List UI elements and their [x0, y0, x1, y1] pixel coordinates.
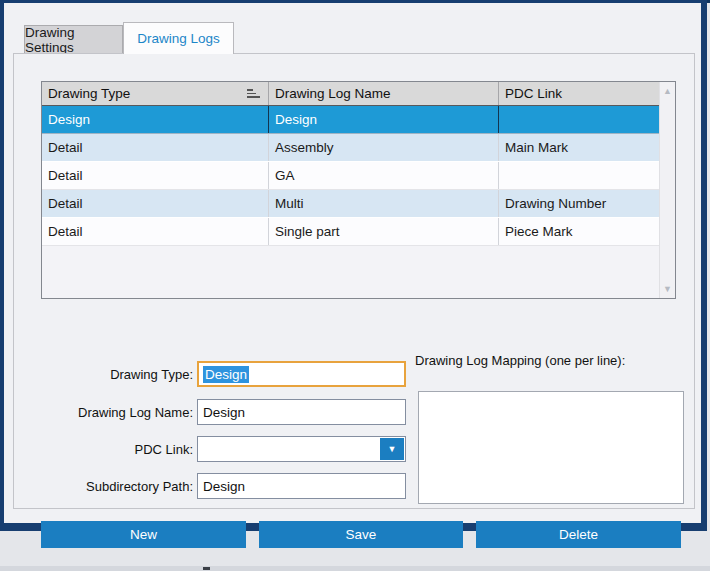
table-row[interactable]: Detail GA	[42, 162, 675, 190]
cell-drawing-log-name: Single part	[269, 218, 499, 245]
drawing-log-name-field	[197, 399, 406, 425]
cell-pdc-link	[499, 106, 661, 133]
drawing-type-label: Drawing Type:	[23, 367, 193, 382]
cell-drawing-log-name: Assembly	[269, 134, 499, 161]
table-body: Design Design Detail Assembly Main Mark …	[42, 106, 675, 246]
table-header-row: Drawing Type Drawing Log Name PDC Link	[42, 82, 675, 106]
subdirectory-path-field	[197, 473, 406, 499]
new-button[interactable]: New	[41, 521, 246, 548]
drawing-log-mapping-label: Drawing Log Mapping (one per line):	[415, 353, 625, 368]
cell-drawing-log-name: Multi	[269, 190, 499, 217]
drawing-log-name-input[interactable]	[198, 400, 405, 424]
tab-label: Drawing Settings	[25, 25, 122, 55]
table-row-selected[interactable]: Design Design	[42, 106, 675, 134]
cell-drawing-type: Detail	[42, 218, 269, 245]
subdirectory-path-label: Subdirectory Path:	[23, 479, 193, 494]
drawing-logs-table: Drawing Type Drawing Log Name PDC Link D…	[41, 81, 676, 299]
cell-pdc-link: Drawing Number	[499, 190, 661, 217]
pdc-link-combobox[interactable]: ▼	[197, 436, 406, 462]
cell-drawing-type: Detail	[42, 162, 269, 189]
cell-drawing-log-name: GA	[269, 162, 499, 189]
cell-drawing-type: Detail	[42, 134, 269, 161]
scroll-down-icon[interactable]: ▼	[660, 281, 675, 297]
cell-drawing-log-name: Design	[269, 106, 499, 133]
drawing-logs-tab-page: Drawing Type Drawing Log Name PDC Link D…	[13, 53, 695, 509]
pdc-link-label: PDC Link:	[23, 442, 193, 457]
cell-pdc-link: Main Mark	[499, 134, 661, 161]
column-header-drawing-type[interactable]: Drawing Type	[42, 82, 269, 105]
table-row[interactable]: Detail Multi Drawing Number	[42, 190, 675, 218]
chevron-down-icon: ▼	[388, 444, 397, 454]
selected-text: Design	[203, 366, 249, 383]
pdc-link-dropdown-button[interactable]: ▼	[380, 438, 404, 460]
background-window-edge-bottom	[0, 566, 710, 571]
drawing-setup-dialog: Drawing Setup ✕ Drawing Settings Drawing…	[0, 3, 707, 531]
scroll-up-icon[interactable]: ▲	[660, 83, 675, 99]
drawing-log-mapping-field	[418, 391, 684, 504]
column-header-drawing-log-name[interactable]: Drawing Log Name	[269, 82, 499, 105]
tab-label: Drawing Logs	[137, 31, 220, 46]
minimize-button[interactable]	[600, 0, 634, 3]
drawing-type-input[interactable]: Design	[197, 361, 406, 387]
title-bar[interactable]: Drawing Setup ✕	[0, 0, 707, 3]
window-title: Drawing Setup	[38, 0, 136, 3]
table-row[interactable]: Detail Single part Piece Mark	[42, 218, 675, 246]
sort-ascending-icon	[247, 89, 260, 98]
drawing-log-name-label: Drawing Log Name:	[23, 405, 193, 420]
background-window-notch	[203, 567, 210, 570]
cell-drawing-type: Detail	[42, 190, 269, 217]
table-scrollbar[interactable]: ▲ ▼	[659, 82, 675, 298]
tab-drawing-settings[interactable]: Drawing Settings	[24, 25, 123, 53]
cell-pdc-link	[499, 162, 661, 189]
delete-button[interactable]: Delete	[476, 521, 681, 548]
pdc-link-input[interactable]	[198, 437, 405, 461]
drawing-log-mapping-textarea[interactable]	[419, 392, 683, 503]
save-button[interactable]: Save	[259, 521, 463, 548]
subdirectory-path-input[interactable]	[198, 474, 405, 498]
column-header-pdc-link[interactable]: PDC Link	[499, 82, 661, 105]
close-button[interactable]: ✕	[652, 0, 686, 3]
tab-drawing-logs[interactable]: Drawing Logs	[123, 22, 234, 54]
cell-pdc-link: Piece Mark	[499, 218, 661, 245]
cell-drawing-type: Design	[42, 106, 269, 133]
table-row[interactable]: Detail Assembly Main Mark	[42, 134, 675, 162]
